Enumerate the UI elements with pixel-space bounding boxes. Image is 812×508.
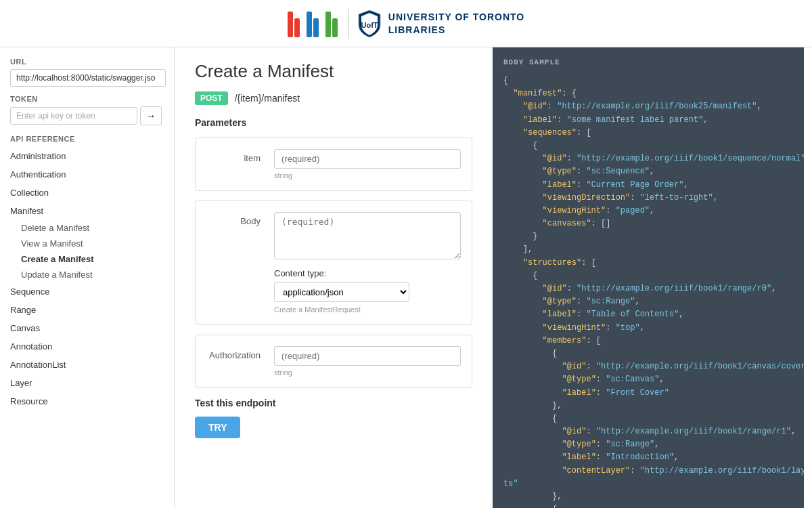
json-line-2: "@id": "http://example.org/iiif/book25/m… (503, 100, 793, 113)
content-type-hint: Create a ManifestRequest (274, 305, 461, 314)
nav-sub-item-create-manifest[interactable]: Create a Manifest (10, 251, 174, 267)
json-line-15: { (503, 270, 793, 282)
json-line-31: ts" (503, 478, 793, 490)
params-label: Parameters (195, 117, 472, 128)
sidebar: URL TOKEN → API REFERENCE Administration… (0, 47, 175, 508)
json-content: { (503, 75, 793, 87)
json-line-19: "viewingHint": "top", (503, 322, 793, 335)
authorization-input[interactable] (274, 346, 461, 366)
item-input-wrap: string (274, 149, 461, 179)
json-line-13: ], (503, 243, 793, 256)
item-param-block: item string (195, 137, 472, 191)
nav-item-collection[interactable]: Collection (10, 184, 174, 202)
body-param-block: Body Content type: application/json Crea… (195, 200, 472, 325)
body-textarea[interactable] (274, 212, 461, 259)
json-line-25: }, (503, 400, 793, 412)
nav-item-canvas[interactable]: Canvas (10, 319, 174, 337)
nav-item-administration[interactable]: Administration (10, 147, 174, 165)
item-input[interactable] (274, 149, 461, 169)
json-line-22: "@id": "http://example.org/iiif/book1/ca… (503, 360, 793, 373)
url-input[interactable] (10, 69, 166, 87)
nav-item-manifest[interactable]: Manifest (10, 202, 174, 220)
main-layout: URL TOKEN → API REFERENCE Administration… (0, 47, 812, 508)
utl-text: UNIVERSITY OF TORONTO LIBRARIES (388, 11, 524, 35)
json-line-16: "@id": "http://example.org/iiif/book1/ra… (503, 282, 793, 295)
api-ref-label: API REFERENCE (10, 135, 174, 143)
nav-item-layer[interactable]: Layer (10, 374, 174, 392)
token-label: TOKEN (10, 95, 174, 103)
json-line-17: "@type": "sc:Range", (503, 295, 793, 308)
right-panel: BODY SAMPLE { "manifest": { "@id": "http… (493, 47, 804, 508)
json-line-23: "@type": "sc:Canvas", (503, 373, 793, 386)
authorization-type: string (274, 368, 461, 377)
item-type: string (274, 171, 461, 179)
nav-item-authentication[interactable]: Authentication (10, 165, 174, 184)
json-line-5: { (503, 140, 793, 152)
json-line-21: { (503, 347, 793, 360)
json-line-27: "@id": "http://example.org/iiif/book1/ra… (503, 425, 793, 438)
item-param-row: item string (206, 149, 461, 179)
nav-sub-item-delete-manifest[interactable]: Delete a Manifest (10, 220, 174, 236)
utl-shield-icon: UofT (357, 9, 382, 39)
nav-item-range[interactable]: Range (10, 301, 174, 319)
json-line-4: "sequences": [ (503, 127, 793, 140)
page-header: UofT UNIVERSITY OF TORONTO LIBRARIES (0, 0, 812, 47)
token-submit-button[interactable]: → (140, 106, 162, 125)
token-row: → (10, 106, 174, 125)
json-line-7: "@type": "sc:Sequence", (503, 165, 793, 178)
item-label: item (206, 149, 261, 163)
json-line-28: "@type": "sc:Range", (503, 438, 793, 451)
json-line-10: "viewingHint": "paged", (503, 205, 793, 217)
authorization-label: Authorization (206, 346, 261, 360)
json-line-14: "structures": [ (503, 257, 793, 270)
json-line-12: } (503, 230, 793, 243)
json-line-1: "manifest": { (503, 87, 793, 100)
json-line-6: "@id": "http://example.org/iiif/book1/se… (503, 152, 793, 165)
authorization-param-row: Authorization string (206, 346, 461, 377)
body-sample-title: BODY SAMPLE (503, 58, 793, 66)
url-label: URL (10, 58, 174, 66)
main-content: Create a Manifest POST /{item}/manifest … (175, 47, 493, 508)
json-line-9: "viewingDirection": "left-to-right", (503, 192, 793, 205)
nav-sub-item-view-manifest[interactable]: View a Manifest (10, 236, 174, 251)
content-type-label: Content type: (274, 268, 461, 278)
json-line-3: "label": "some manifest label parent", (503, 114, 793, 127)
body-label: Body (206, 212, 261, 226)
json-line-26: { (503, 412, 793, 425)
page-title: Create a Manifest (195, 61, 472, 82)
nav-item-sequence[interactable]: Sequence (10, 282, 174, 301)
body-param-row: Body Content type: application/json Crea… (206, 212, 461, 314)
nav-item-resource[interactable]: Resource (10, 392, 174, 410)
authorization-input-wrap: string (274, 346, 461, 377)
url-input-group (10, 69, 174, 87)
json-line-29: "label": "Introduction", (503, 451, 793, 464)
json-line-30: "contentLayer": "http://example.org/iiif… (503, 465, 793, 478)
json-line-32: }, (503, 490, 793, 503)
json-line-11: "canvases": [] (503, 217, 793, 230)
svg-text:UofT: UofT (361, 21, 378, 29)
content-type-select[interactable]: application/json (274, 282, 409, 302)
header-logo: UofT UNIVERSITY OF TORONTO LIBRARIES (288, 9, 524, 39)
test-endpoint-label: Test this endpoint (195, 398, 472, 408)
body-input-wrap: Content type: application/json Create a … (274, 212, 461, 314)
utl-logo: UofT UNIVERSITY OF TORONTO LIBRARIES (348, 9, 524, 39)
json-line-20: "members": [ (503, 335, 793, 347)
nav-sub-item-update-manifest[interactable]: Update a Manifest (10, 267, 174, 282)
nav-item-annotation-list[interactable]: AnnotationList (10, 356, 174, 374)
json-line-24: "label": "Front Cover" (503, 387, 793, 400)
endpoint-row: POST /{item}/manifest (195, 91, 472, 105)
try-button[interactable]: TRY (195, 417, 240, 438)
token-input[interactable] (10, 107, 137, 125)
json-line-33: { (503, 503, 793, 508)
iiif-logo (288, 10, 338, 37)
method-badge: POST (195, 91, 228, 105)
nav-item-annotation[interactable]: Annotation (10, 337, 174, 356)
endpoint-path: /{item}/manifest (235, 93, 300, 104)
authorization-param-block: Authorization string (195, 335, 472, 388)
json-line-18: "label": "Table of Contents", (503, 308, 793, 321)
json-line-8: "label": "Current Page Order", (503, 179, 793, 192)
